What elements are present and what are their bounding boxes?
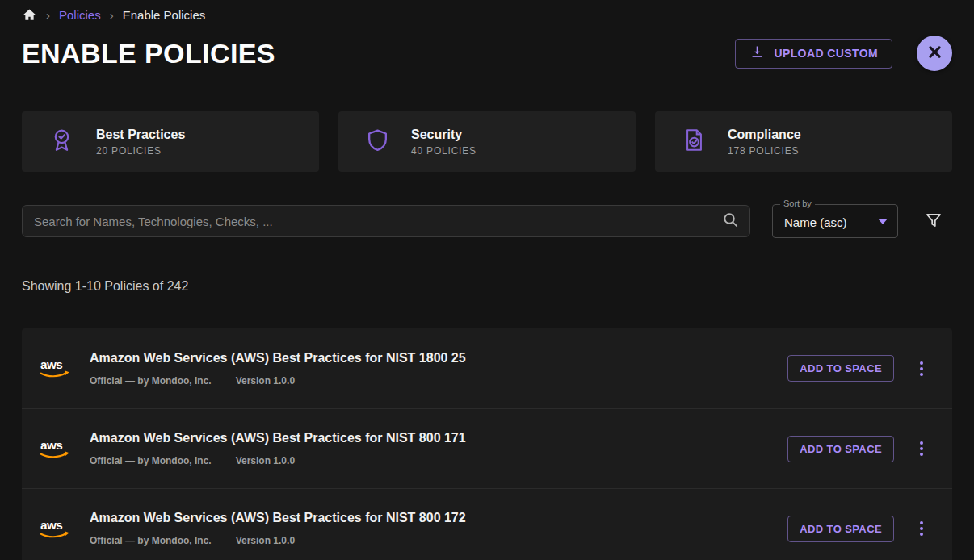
filter-row: Sort by Name (asc) — [22, 204, 952, 238]
search-box — [22, 205, 750, 237]
svg-text:aws: aws — [40, 357, 62, 371]
category-card-text: Security 40 POLICIES — [411, 127, 477, 157]
policy-version: Version 1.0.0 — [236, 535, 295, 546]
page-header: ENABLE POLICIES UPLOAD CUSTOM — [22, 36, 952, 71]
results-summary: Showing 1-10 Policies of 242 — [22, 279, 952, 294]
download-icon — [749, 44, 765, 62]
policy-meta: Official — by Mondoo, Inc. Version 1.0.0 — [90, 375, 787, 387]
enable-policies-page: › Policies › Enable Policies ENABLE POLI… — [0, 0, 974, 560]
category-card-security[interactable]: Security 40 POLICIES — [338, 111, 636, 172]
policy-row-text: Amazon Web Services (AWS) Best Practices… — [90, 351, 787, 387]
header-actions: UPLOAD CUSTOM — [735, 36, 952, 71]
policy-title: Amazon Web Services (AWS) Best Practices… — [90, 431, 787, 445]
sort-label: Sort by — [780, 199, 815, 208]
policy-row[interactable]: aws Amazon Web Services (AWS) Best Pract… — [22, 328, 952, 408]
policy-row-actions: ADD TO SPACE — [787, 355, 926, 382]
category-card-text: Compliance 178 POLICIES — [728, 127, 801, 157]
policy-row-text: Amazon Web Services (AWS) Best Practices… — [90, 511, 787, 546]
breadcrumb-current: Enable Policies — [123, 8, 206, 22]
policy-row[interactable]: aws Amazon Web Services (AWS) Best Pract… — [22, 488, 952, 560]
category-card-compliance[interactable]: Compliance 178 POLICIES — [655, 111, 952, 172]
category-title: Security — [411, 127, 477, 142]
category-card-best-practices[interactable]: Best Practices 20 POLICIES — [22, 111, 319, 172]
filter-funnel-icon — [924, 211, 943, 232]
upload-custom-label: UPLOAD CUSTOM — [774, 47, 878, 60]
aws-logo: aws — [39, 357, 73, 379]
kebab-menu-icon[interactable] — [917, 358, 926, 379]
category-count: 40 POLICIES — [411, 145, 477, 157]
add-to-space-button[interactable]: ADD TO SPACE — [787, 516, 894, 542]
search-icon[interactable] — [721, 211, 740, 232]
category-card-text: Best Practices 20 POLICIES — [96, 127, 185, 157]
category-count: 20 POLICIES — [96, 145, 185, 157]
upload-custom-button[interactable]: UPLOAD CUSTOM — [735, 39, 892, 69]
category-title: Best Practices — [96, 127, 185, 142]
policy-row-actions: ADD TO SPACE — [787, 516, 926, 542]
policy-list: aws Amazon Web Services (AWS) Best Pract… — [22, 328, 952, 560]
breadcrumb-separator: › — [46, 8, 50, 22]
policy-official: Official — by Mondoo, Inc. — [90, 375, 212, 387]
policy-official: Official — by Mondoo, Inc. — [90, 535, 212, 546]
kebab-menu-icon[interactable] — [917, 518, 926, 539]
add-to-space-button[interactable]: ADD TO SPACE — [787, 355, 894, 382]
page-title: ENABLE POLICIES — [22, 38, 275, 69]
add-to-space-button[interactable]: ADD TO SPACE — [787, 436, 894, 462]
policy-row-text: Amazon Web Services (AWS) Best Practices… — [90, 431, 787, 466]
policy-title: Amazon Web Services (AWS) Best Practices… — [90, 351, 787, 366]
sort-value: Name (asc) — [784, 215, 847, 229]
home-icon[interactable] — [22, 7, 37, 23]
category-cards: Best Practices 20 POLICIES Security 40 P… — [22, 111, 952, 172]
policy-row-actions: ADD TO SPACE — [787, 436, 926, 462]
close-icon — [926, 43, 944, 64]
category-count: 178 POLICIES — [728, 145, 801, 157]
shield-icon — [365, 127, 390, 157]
policy-version: Version 1.0.0 — [236, 375, 295, 387]
policy-official: Official — by Mondoo, Inc. — [90, 455, 212, 466]
kebab-menu-icon[interactable] — [917, 438, 926, 459]
aws-logo: aws — [39, 518, 73, 540]
svg-text:aws: aws — [40, 438, 62, 452]
aws-logo: aws — [39, 438, 73, 460]
breadcrumb-link-policies[interactable]: Policies — [59, 8, 101, 22]
search-input[interactable] — [34, 215, 721, 228]
sort-select[interactable]: Sort by Name (asc) — [772, 204, 898, 238]
policy-meta: Official — by Mondoo, Inc. Version 1.0.0 — [90, 455, 787, 466]
category-title: Compliance — [728, 127, 801, 142]
breadcrumb-separator: › — [110, 8, 114, 22]
breadcrumb: › Policies › Enable Policies — [22, 0, 952, 19]
svg-text:aws: aws — [40, 518, 62, 532]
chevron-down-icon — [878, 219, 888, 224]
close-button[interactable] — [917, 36, 952, 71]
policy-title: Amazon Web Services (AWS) Best Practices… — [90, 511, 787, 525]
policy-row[interactable]: aws Amazon Web Services (AWS) Best Pract… — [22, 408, 952, 488]
ribbon-badge-icon — [48, 127, 75, 157]
document-check-icon — [682, 127, 707, 157]
policy-version: Version 1.0.0 — [236, 455, 295, 466]
policy-meta: Official — by Mondoo, Inc. Version 1.0.0 — [90, 535, 787, 546]
filter-button[interactable] — [924, 211, 943, 232]
